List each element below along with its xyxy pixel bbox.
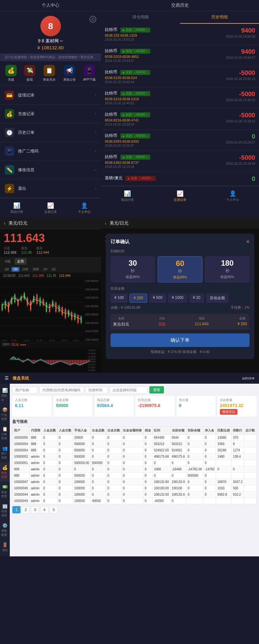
menu-edit-info[interactable]: ✏️ 修改信息 › (0, 161, 101, 179)
quick-item-app[interactable]: 📱 APP下载 (83, 65, 96, 82)
chart-type-tabs: K线 走势 (0, 257, 101, 266)
table-cell: 108132.80 (153, 479, 170, 485)
back-button[interactable]: ‹ (4, 220, 5, 226)
tab-1d[interactable]: 1D (50, 267, 58, 272)
table-cell: 0 (143, 435, 153, 441)
tab-30m[interactable]: 30M (31, 267, 40, 272)
nav-market[interactable]: 📊 商品行情 (0, 201, 34, 215)
amount-20[interactable]: ¥ 20 (189, 294, 204, 303)
trade-row: 比特币 ▲ 买跌 （¥5000） 6538.5218-6538.5319 201… (101, 87, 259, 108)
logout-sidebar-icon: 🚪 (2, 542, 8, 547)
table-cell: admin (29, 485, 42, 492)
admin-user[interactable]: admin▾ (242, 376, 254, 381)
quick-item-announcement[interactable]: 📢 系统公告 (63, 65, 76, 82)
table-cell: 0 (232, 466, 244, 473)
settle-time-input[interactable] (86, 387, 108, 393)
menu-qrcode[interactable]: 📱 推广二维码 › (0, 142, 101, 161)
sidebar-finance[interactable]: 💰 财务管理 (0, 462, 10, 482)
tab-positions[interactable]: 持仓明细 (101, 11, 180, 24)
trade-nav-trades[interactable]: 📈 交易记录 (154, 189, 207, 203)
table-cell: 500000 (91, 460, 106, 466)
tab-1h[interactable]: 1H (41, 267, 49, 272)
tab-kline[interactable]: K线 (3, 258, 13, 265)
col-actual-balance: 实际余额 (186, 427, 203, 435)
svg-rect-105 (70, 360, 71, 365)
quick-item-withdraw[interactable]: 💸 提现 (24, 65, 35, 82)
edit-info-icon: ✏️ (5, 165, 14, 175)
withdraw-icon: 💸 (24, 65, 35, 76)
page-1-button[interactable]: 1 (12, 506, 20, 513)
sidebar-products[interactable]: 📦 产品管理 (0, 405, 10, 424)
menu-recharge-record[interactable]: 💰 充值记录 › (0, 105, 101, 123)
nav-personal[interactable]: 👤 个人中心 (67, 201, 101, 215)
tab-15m[interactable]: 15M (20, 267, 30, 272)
market-nav-icon: 📊 (124, 190, 131, 197)
sidebar-dashboard[interactable]: 📊 控制台 (0, 385, 10, 405)
amount-200[interactable]: ¥ 200 (130, 294, 147, 303)
page-4-button[interactable]: 4 (40, 506, 48, 513)
fund-icon: 💵 (2, 484, 8, 489)
svg-rect-89 (45, 360, 46, 362)
trade-result: 0 (252, 175, 255, 183)
candlestick-chart: 11/25 20:55 21:10 21:45 22:20 22:45 23:1… (0, 279, 101, 342)
table-cell: 0 (122, 492, 143, 498)
detail-button[interactable]: 报表导出 (220, 409, 238, 415)
stat-card-inflow: 入金总数 6.11 (12, 396, 51, 417)
col-multiplier: 倍数行 (232, 427, 244, 435)
table-cell: 888 (29, 447, 42, 454)
amount-500[interactable]: ¥ 500 (149, 294, 166, 303)
trade-row: 比特币 ▲ 买跌 （¥5000） 6538.6393-6538.6393 201… (101, 130, 259, 151)
amount-1000[interactable]: ¥ 1000 (168, 294, 187, 303)
menu-logout[interactable]: ⚡ 退出 › (0, 179, 101, 198)
table-cell: 1010 (216, 485, 232, 492)
menu-withdraw-record[interactable]: 💳 提现记录 › (0, 86, 101, 105)
tab-history[interactable]: 历史明细 (180, 11, 259, 24)
table-cell: 6544 (170, 435, 186, 441)
table-cell: 888 (13, 473, 30, 479)
table-cell: admin (29, 460, 42, 466)
personal-panel: 个人中心 ⏻ 8 9 8 素材网 ✏ ¥ 108132.80 后六位直接登陆！欢… (0, 0, 101, 218)
trade-nav-market[interactable]: 📊 商品行情 (101, 189, 154, 203)
time-option-30s[interactable]: 30 秒 收益86% (111, 256, 155, 282)
sidebar-fund[interactable]: 💵 基金管理 (0, 482, 10, 501)
tab-1m[interactable]: 1M (3, 267, 11, 272)
page-2-button[interactable]: 2 (22, 506, 30, 513)
col-user: 用户 (13, 427, 30, 435)
time-option-180s[interactable]: 180 秒 收益90% (205, 256, 250, 282)
svg-text:23:10: 23:10 (73, 339, 78, 342)
edit-icon[interactable]: ✏ (60, 39, 63, 43)
tab-5m[interactable]: 5M (11, 267, 20, 272)
search-button[interactable]: 搜索 (149, 386, 164, 393)
announcement-icon: 📢 (64, 65, 75, 76)
table-cell (244, 447, 256, 454)
quick-item-recharge[interactable]: 💰 充值 (5, 65, 17, 82)
menu-history-orders[interactable]: 🕐 历史订单 › (0, 123, 101, 142)
nav-trade[interactable]: 📈 交易记录 (34, 201, 68, 215)
time-option-60s[interactable]: 60 秒 收益88% (158, 256, 203, 282)
quick-item-flow[interactable]: 📋 资金充水 (43, 65, 56, 82)
amount-100[interactable]: ¥ 100 (111, 294, 128, 303)
sidebar-orders[interactable]: 📋 订单管理 (0, 424, 10, 443)
section-title: 盈亏报表 (12, 419, 256, 424)
tab-trend[interactable]: 走势 (15, 258, 27, 265)
trade-row: 比特币 ▲ 买跌 （¥5000） 6534.8216-6538.4741 201… (101, 108, 259, 130)
svg-text:+0.0000: +0.0000 (88, 361, 96, 363)
table-cell: 0 (91, 441, 106, 447)
sidebar-config[interactable]: ⚙️ 系统配置 (0, 520, 10, 540)
sidebar-users[interactable]: 👥 用户管理 (0, 443, 10, 462)
sidebar-agent[interactable]: 🏢 代理管理 (0, 501, 10, 520)
user-id-input[interactable] (12, 387, 38, 393)
close-dialog-button[interactable]: × (246, 238, 250, 245)
sidebar-logout[interactable]: 🚪 退出 (0, 540, 10, 555)
amount-other[interactable]: 其他金额 (206, 294, 229, 303)
power-icon[interactable]: ⏻ (89, 16, 96, 23)
trade-nav-personal[interactable]: 👤 个人中心 (206, 189, 259, 203)
table-cell: 108132.8 (170, 479, 186, 485)
agent-input[interactable] (39, 387, 84, 393)
page-5-button[interactable]: 5 (50, 506, 57, 513)
table-cell: 0 (91, 473, 106, 479)
confirm-order-button[interactable]: 确认下单 (111, 333, 250, 347)
time-range-input[interactable] (110, 387, 148, 393)
page-3-button[interactable]: 3 (31, 506, 39, 513)
table-cell (232, 473, 244, 479)
